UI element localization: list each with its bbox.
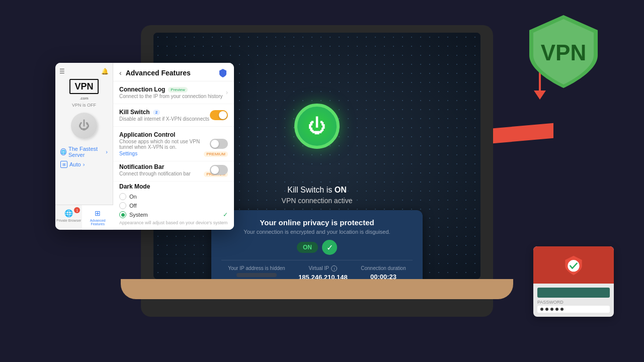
power-icon-sidebar: ⏻ xyxy=(78,119,90,132)
dark-mode-note: Appearance will adjust based on your dev… xyxy=(119,220,228,225)
tab-advanced-features[interactable]: ⊞ Advanced Features xyxy=(82,205,113,230)
sidebar-header: ☰ 🔔 xyxy=(55,68,113,75)
vpn-shield-container: VPN xyxy=(523,10,604,93)
privacy-stats: Your IP address is hidden Virtual IP i 1… xyxy=(221,260,413,279)
power-button-sidebar[interactable]: ⏻ xyxy=(71,113,97,139)
power-icon: ⏻ xyxy=(308,117,326,135)
dark-mode-off-option[interactable]: Off xyxy=(119,202,228,209)
app-control-premium-badge: PREMIUM xyxy=(204,151,228,157)
auto-label: Auto xyxy=(69,161,81,167)
dark-mode-section: Dark Mode On Off System ✓ Appearance wil… xyxy=(113,179,234,230)
kill-switch-toggle[interactable] xyxy=(210,110,228,120)
auto-chevron: › xyxy=(83,161,85,167)
advanced-features-tab-label: Advanced Features xyxy=(83,219,112,226)
dark-mode-system-option[interactable]: System ✓ xyxy=(119,211,228,218)
bell-icon[interactable]: 🔔 xyxy=(101,68,109,75)
virtual-ip-value: 185.246.210.148 xyxy=(298,274,348,279)
login-card-header xyxy=(533,246,614,284)
privacy-ip-stat: Your IP address is hidden xyxy=(228,265,285,279)
server-chevron: › xyxy=(106,149,108,155)
kill-switch-bold: ON xyxy=(335,186,347,194)
radio-on xyxy=(119,193,126,200)
screen-power-button[interactable]: ⏻ xyxy=(294,104,340,149)
login-card: PASSWORD xyxy=(533,246,614,317)
advanced-features-icon: ⊞ xyxy=(95,209,101,217)
notification-bar-title: Notification Bar xyxy=(119,163,210,170)
app-control-toggle[interactable] xyxy=(210,139,228,149)
vpn-logo-com: .com xyxy=(79,96,88,101)
hamburger-icon[interactable]: ☰ xyxy=(59,68,65,75)
dot-2 xyxy=(545,308,548,311)
privacy-card: Your online privacy is protected Your co… xyxy=(211,210,423,279)
app-control-settings-link[interactable]: Settings xyxy=(119,151,210,156)
auto-row[interactable]: ⊞ Auto › xyxy=(55,161,113,168)
radio-off-label: Off xyxy=(129,203,136,209)
red-banner xyxy=(493,123,553,143)
privacy-status-row: ON ✓ xyxy=(221,240,413,255)
kill-switch-knob xyxy=(219,111,227,119)
virtual-ip-label: Virtual IP i xyxy=(298,265,348,272)
dot-5 xyxy=(560,308,564,311)
svg-point-1 xyxy=(568,260,579,272)
notification-bar-knob xyxy=(211,166,219,174)
connection-log-arrow: › xyxy=(226,89,228,96)
radio-system-label: System xyxy=(129,212,148,218)
auto-icon: ⊞ xyxy=(60,161,67,168)
app-control-title: Application Control xyxy=(119,131,210,138)
password-label: PASSWORD xyxy=(537,300,610,305)
private-browser-label: Private Browser xyxy=(56,219,81,222)
kill-switch-line1: Kill Switch is xyxy=(287,186,334,194)
vpn-app-panel: ☰ 🔔 VPN .com VPN is OFF ⏻ 🌐 The Fastest … xyxy=(55,63,234,230)
virtual-ip-info-icon: i xyxy=(331,265,337,272)
notification-bar-content: Notification Bar Connect through notific… xyxy=(119,163,210,176)
panel-title: Advanced Features xyxy=(126,69,191,77)
privacy-duration-stat: Connection duration 00:00:23 xyxy=(361,265,406,279)
globe-icon: 🌐 xyxy=(60,148,66,155)
fastest-server-label: The Fastest Server xyxy=(68,146,104,158)
nordvpn-small-icon xyxy=(218,68,228,78)
private-browser-tab-wrapper: 🌐 Private Browser 1 xyxy=(55,205,82,230)
privacy-on-badge: ON xyxy=(297,242,318,253)
ip-hidden-bar xyxy=(236,273,277,277)
kill-switch-content: Kill Switch 2 Disable all internet if X-… xyxy=(119,109,210,122)
kill-switch-desc: Disable all internet if X-VPN disconnect… xyxy=(119,116,210,122)
privacy-check-circle: ✓ xyxy=(322,240,337,255)
back-arrow[interactable]: ‹ xyxy=(119,69,122,77)
kill-switch-title: Kill Switch 2 xyxy=(119,109,210,116)
app-control-knob xyxy=(211,140,219,148)
preview-badge: Preview xyxy=(168,87,187,93)
vpn-shield: VPN xyxy=(523,10,604,90)
kill-switch-status: Kill Switch is ON VPN connection active xyxy=(282,186,353,205)
privacy-on-label: ON xyxy=(303,244,312,251)
panel-bottom-tabs: 🌐 Private Browser 1 ⊞ Advanced Features xyxy=(55,205,113,230)
kill-switch-item[interactable]: Kill Switch 2 Disable all internet if X-… xyxy=(113,104,234,127)
privacy-card-subtitle: Your connection is encrypted and your lo… xyxy=(221,229,413,235)
radio-system xyxy=(119,211,126,218)
connection-log-title: Connection Log Preview xyxy=(119,86,226,93)
duration-label: Connection duration xyxy=(361,265,406,271)
dot-4 xyxy=(555,308,558,311)
privacy-card-title: Your online privacy is protected xyxy=(221,218,413,227)
vpn-status-label: VPN is OFF xyxy=(72,103,96,108)
dot-1 xyxy=(540,308,543,311)
connection-log-item[interactable]: Connection Log Preview Connect to the IP… xyxy=(113,81,234,104)
kill-switch-badge: 2 xyxy=(153,110,160,115)
notification-bar-desc: Connect through notification bar xyxy=(119,171,210,176)
radio-on-label: On xyxy=(129,194,137,200)
system-check: ✓ xyxy=(223,211,228,218)
dot-3 xyxy=(550,308,553,311)
duration-value: 00:00:23 xyxy=(361,273,406,279)
radio-off xyxy=(119,202,126,209)
private-browser-icon: 🌐 xyxy=(64,209,73,217)
fastest-server-row[interactable]: 🌐 The Fastest Server › xyxy=(55,146,113,158)
vpn-logo-text: VPN xyxy=(74,82,93,91)
login-username-field xyxy=(537,288,610,298)
vpn-logo: VPN xyxy=(69,79,98,94)
dark-mode-on-option[interactable]: On xyxy=(119,193,228,200)
notification-bar-toggle[interactable] xyxy=(210,165,228,175)
app-control-desc: Choose apps which do not use VPN tunnel … xyxy=(119,139,210,150)
laptop-base xyxy=(121,279,513,299)
svg-text:VPN: VPN xyxy=(541,40,586,65)
shield-check-icon xyxy=(561,252,586,278)
connection-log-desc: Connect to the IP from your connection h… xyxy=(119,94,226,99)
